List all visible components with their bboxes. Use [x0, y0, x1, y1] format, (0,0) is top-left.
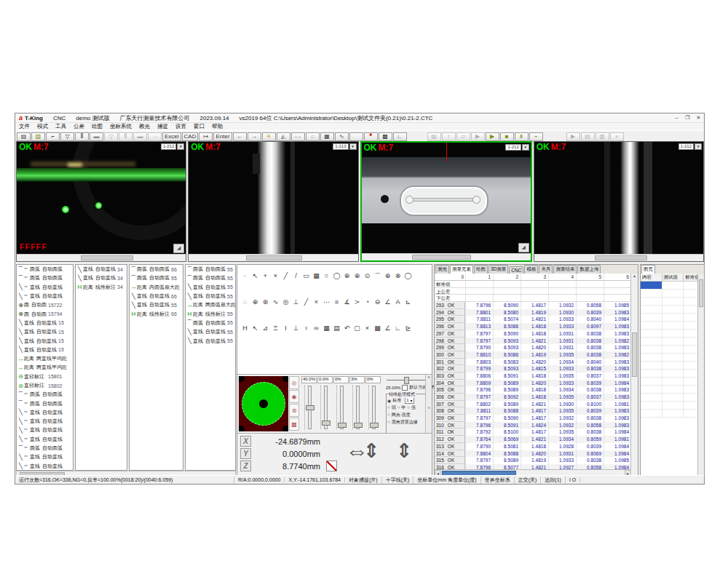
open-folder-button[interactable]: ▧ — [31, 132, 45, 141]
tab-CNC[interactable]: CNC — [509, 266, 523, 274]
menu-item-4[interactable]: 公差 — [70, 123, 88, 130]
tool-icon[interactable]: ▤ — [333, 323, 341, 333]
list-item[interactable]: ⌒***圆弧自动圆弧 — [17, 444, 73, 453]
tool-icon[interactable]: ⊥ — [292, 323, 300, 333]
list-item[interactable]: ╲***直线自动直线 — [17, 417, 73, 426]
detail-cell[interactable] — [641, 370, 662, 377]
magnifier-button[interactable]: ◌ — [306, 132, 320, 141]
result-row[interactable]: 299OK7.87908.50931.48201.09310.80381.098… — [435, 344, 631, 351]
tolerance-row[interactable]: 标准值 — [435, 281, 631, 288]
detail-cell[interactable] — [684, 322, 698, 329]
list-item[interactable]: ╲***直线自动直线 — [17, 426, 73, 434]
detail-row[interactable] — [641, 314, 698, 322]
result-row[interactable]: 310OK7.87968.50911.48241.09320.80581.098… — [435, 422, 631, 429]
camera-4-hscrollbar[interactable] — [534, 254, 703, 261]
tab-夹具[interactable]: 夹具 — [539, 265, 553, 274]
detail-cell[interactable] — [641, 394, 662, 401]
pause-button[interactable]: ‖ — [515, 132, 529, 141]
chevron-down-icon[interactable]: ▾ — [177, 143, 184, 150]
master-light-slider[interactable] — [387, 376, 425, 383]
tool-icon[interactable]: ∡ — [343, 297, 351, 307]
tab-element[interactable]: 图元 — [641, 265, 655, 274]
detail-cell[interactable] — [684, 330, 698, 337]
detail-cell[interactable] — [662, 410, 684, 417]
list-item[interactable]: ╲直线自动直线55 — [186, 336, 235, 345]
detail-cell[interactable] — [662, 290, 684, 297]
tool-icon[interactable]: ◌ — [241, 297, 249, 307]
xy-jog-vertical-icon[interactable]: ⇕ — [363, 439, 380, 463]
detail-cell[interactable] — [641, 282, 662, 289]
camera-2[interactable]: OKM:7 1-213▾ — [188, 141, 358, 262]
detail-cell[interactable] — [641, 330, 662, 337]
detail-row[interactable] — [641, 370, 698, 378]
camera-3-id-box[interactable]: 1-212▾ — [505, 144, 529, 151]
camera-3-hscrollbar[interactable] — [362, 253, 531, 260]
probe-pair-button[interactable]: Ⅱ — [75, 132, 89, 141]
tool-icon[interactable]: / — [292, 271, 300, 281]
ring-select-button[interactable]: ▩ — [289, 418, 299, 431]
detail-cell[interactable] — [662, 306, 684, 313]
list-item[interactable]: ↔距离两直线平均距 — [17, 363, 73, 372]
tool-icon[interactable]: ≡ — [333, 297, 341, 307]
detail-row[interactable] — [641, 378, 698, 386]
detail-cell[interactable] — [662, 370, 684, 377]
menu-item-11[interactable]: 帮助 — [208, 123, 226, 130]
detail-cell[interactable] — [684, 370, 698, 377]
detail-row[interactable] — [641, 306, 698, 314]
tool-icon[interactable]: ▩ — [373, 323, 381, 333]
qr-code-button[interactable]: ▩ — [379, 132, 392, 141]
tool-icon[interactable]: ⌒ — [373, 271, 381, 281]
tool-icon[interactable]: ◯ — [404, 271, 412, 281]
list-item[interactable]: ╲直线自动直线15 — [17, 327, 73, 336]
page-updown-button[interactable]: ↕ — [442, 132, 456, 141]
list-item[interactable]: ╲直线自动直线34 — [76, 265, 127, 274]
play-button[interactable]: ▶ — [471, 132, 485, 141]
save-button[interactable]: ▤ — [17, 132, 31, 141]
result-row[interactable]: 297OK7.87978.50901.48181.09310.80381.098… — [435, 330, 631, 338]
list-item[interactable]: ╲***直线自动直线 — [17, 292, 73, 300]
detail-row[interactable] — [641, 410, 698, 418]
list-item[interactable]: H距离线性标注66 — [130, 309, 183, 318]
result-row[interactable]: 305OK7.87968.50891.48181.09340.80381.098… — [435, 386, 631, 394]
block-button[interactable]: ▬ — [90, 132, 103, 141]
tab-测量元素[interactable]: 测量元素 — [450, 265, 473, 274]
detail-cell[interactable] — [684, 354, 698, 361]
detail-cell[interactable] — [662, 386, 684, 393]
ring-select-button[interactable]: ⊚ — [289, 404, 299, 417]
probe-edge-button[interactable]: ⌐ — [46, 132, 60, 141]
light-channel-slider[interactable]: 40.0% — [301, 376, 317, 431]
list-item[interactable]: ⌒圆弧自动圆弧55 — [186, 265, 235, 274]
detail-cell[interactable] — [641, 314, 662, 321]
detail-cell[interactable] — [662, 394, 684, 401]
tool-icon[interactable]: ∠ — [384, 297, 392, 307]
tool-icon[interactable]: ⊥ — [292, 297, 300, 307]
chevron-down-icon[interactable]: ▾ — [695, 143, 702, 150]
tool-icon[interactable]: ◯ — [333, 271, 341, 281]
list-item[interactable]: ⌒***圆弧自动圆弧 — [17, 399, 73, 407]
result-row[interactable]: 311OK7.87928.51001.48171.09350.80381.098… — [435, 428, 631, 436]
detail-cell[interactable] — [662, 282, 684, 289]
tool-icon[interactable]: ╱ — [282, 271, 290, 281]
results-grid[interactable]: 0123456标准值上公差下公差293OK7.87968.50901.48171… — [435, 274, 631, 470]
list-item[interactable]: ⌒圆弧自动圆弧66 — [130, 265, 183, 274]
camera-1[interactable]: OKM:7 FFFFF 1-212▾ ◢ — [16, 141, 186, 262]
tool-icon[interactable]: ▦ — [323, 323, 331, 333]
tool-icon[interactable]: ◔ — [363, 297, 371, 307]
slider-thumb[interactable] — [354, 423, 363, 428]
list-item[interactable]: ⊕圆自动圆15794 — [17, 309, 73, 318]
camera-2-id-box[interactable]: 1-213▾ — [333, 143, 356, 150]
tolerance-row[interactable]: 上公差 — [435, 288, 631, 295]
result-row[interactable]: 309OK7.87978.50901.48171.09320.80381.098… — [435, 415, 631, 422]
light-panel-vscrollbar[interactable]: ∧∨ — [425, 375, 432, 434]
cad-export-button[interactable]: CAD — [182, 132, 199, 141]
camera-1-hscrollbar[interactable] — [17, 254, 186, 261]
result-row[interactable]: 306OK7.87978.50921.48181.09350.80371.098… — [435, 394, 631, 401]
delete-button[interactable]: × — [610, 132, 624, 141]
status-segment-8[interactable]: 正交(关) — [515, 477, 542, 484]
print-button[interactable]: ▥ — [596, 132, 609, 141]
result-row[interactable]: 303OK7.88068.50911.48181.09350.80371.098… — [435, 372, 631, 380]
detail-cell[interactable] — [641, 338, 662, 345]
detail-cell[interactable] — [641, 322, 662, 329]
radio-black-bg[interactable]: ○ — [387, 420, 390, 424]
axis-toggle-button[interactable] — [326, 461, 337, 471]
